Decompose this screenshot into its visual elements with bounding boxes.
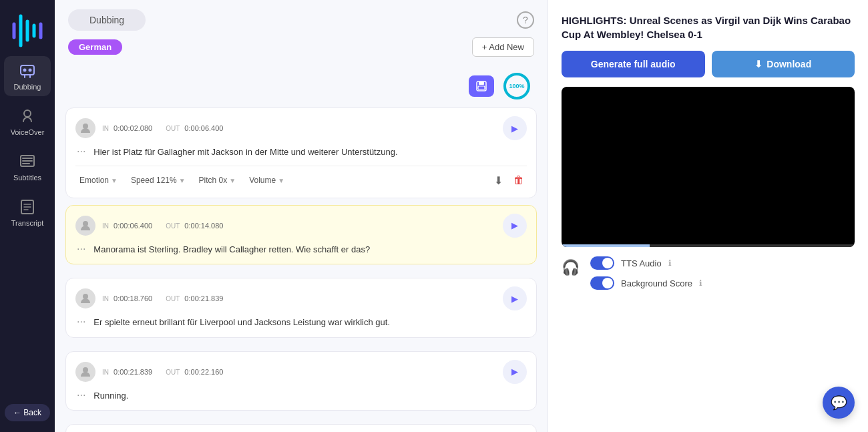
sidebar-item-dubbing[interactable]: Dubbing — [4, 56, 51, 96]
segment-text: Er spielte erneut brillant für Liverpool… — [93, 316, 527, 329]
svg-rect-14 — [478, 86, 485, 89]
segment-card: IN 0:00:06.400 OUT 0:00:14.080 ▶ ··· Man… — [65, 205, 537, 265]
download-button[interactable]: ⬇ Download — [712, 51, 855, 77]
segments-container: 100% IN 0:00:02.080 OUT 0:00:06.400 — [55, 63, 548, 432]
svg-point-17 — [83, 124, 88, 129]
action-buttons: Generate full audio ⬇ Download — [562, 51, 855, 77]
video-progress-bar — [562, 244, 855, 247]
chat-icon: 💬 — [831, 395, 847, 411]
segment-text: Manorama ist Sterling. Bradley will Call… — [93, 243, 527, 256]
toolbar-row: 100% — [65, 69, 537, 107]
segment-card: IN 0:00:22.320 OUT 0:00:23.320 ▶ ··· Es … — [65, 424, 537, 432]
timestamps: IN 0:00:18.760 OUT 0:00:21.839 — [102, 294, 496, 302]
emotion-button[interactable]: Emotion ▼ — [75, 174, 122, 187]
segment-card: IN 0:00:02.080 OUT 0:00:06.400 ▶ ··· Hie… — [65, 107, 537, 198]
dubbing-tab[interactable]: Dubbing — [68, 9, 146, 31]
help-icon[interactable]: ? — [517, 11, 534, 29]
segment-header: IN 0:00:02.080 OUT 0:00:06.400 ▶ — [75, 116, 527, 140]
play-button[interactable]: ▶ — [503, 116, 527, 140]
tts-audio-label: TTS Audio — [621, 258, 662, 268]
segment-text: Hier ist Platz für Gallagher mit Jackson… — [93, 146, 527, 159]
svg-rect-13 — [479, 81, 484, 85]
segment-header: IN 0:00:18.760 OUT 0:00:21.839 ▶ — [75, 286, 527, 310]
segment-controls: Emotion ▼ Speed 121% ▼ Pitch 0x ▼ Volume… — [75, 166, 527, 190]
more-options-button[interactable]: ··· — [75, 146, 87, 158]
segment-header: IN 0:00:06.400 OUT 0:00:14.080 ▶ — [75, 214, 527, 238]
tts-audio-row: TTS Audio ℹ — [590, 256, 702, 270]
tts-audio-toggle[interactable] — [590, 256, 614, 270]
segment-text: Running. — [93, 389, 527, 403]
tts-info-icon[interactable]: ℹ — [668, 258, 672, 268]
video-preview — [562, 87, 855, 247]
svg-point-18 — [83, 221, 88, 226]
lang-bar: German + Add New — [55, 31, 548, 63]
progress-text: 100% — [509, 83, 524, 89]
bg-score-label: Background Score — [621, 278, 692, 288]
headphone-icon: 🎧 — [562, 259, 580, 276]
video-progress-fill — [562, 244, 650, 247]
sidebar-item-transcript[interactable]: Transcript — [4, 192, 51, 232]
right-panel: HIGHLIGHTS: Unreal Scenes as Virgil van … — [548, 0, 868, 432]
bg-score-info-icon[interactable]: ℹ — [699, 278, 702, 288]
avatar — [75, 362, 95, 382]
segment-download-icon[interactable]: ⬇ — [491, 172, 505, 190]
more-options-button[interactable]: ··· — [75, 316, 87, 328]
chat-bubble-button[interactable]: 💬 — [823, 387, 855, 419]
progress-circle: 100% — [502, 71, 531, 101]
avatar — [75, 288, 95, 308]
more-options-button[interactable]: ··· — [75, 243, 87, 255]
video-title: HIGHLIGHTS: Unreal Scenes as Virgil van … — [562, 13, 855, 41]
svg-point-20 — [83, 367, 88, 373]
segment-body: ··· Er spielte erneut brillant für Liver… — [75, 316, 527, 329]
svg-rect-0 — [21, 65, 34, 75]
download-icon: ⬇ — [754, 59, 763, 69]
sidebar-item-dubbing-label: Dubbing — [14, 83, 41, 91]
speed-button[interactable]: Speed 121% ▼ — [127, 174, 190, 187]
svg-point-1 — [23, 69, 27, 72]
svg-point-3 — [24, 110, 31, 117]
sidebar: Dubbing VoiceOver Subtitles Transcript ←… — [0, 0, 55, 432]
download-label: Download — [767, 59, 811, 69]
bg-score-toggle[interactable] — [590, 276, 614, 290]
play-button[interactable]: ▶ — [503, 360, 527, 384]
avatar — [75, 118, 95, 138]
app-logo — [11, 11, 43, 43]
back-button[interactable]: ← Back — [5, 404, 50, 421]
sidebar-item-voiceover[interactable]: VoiceOver — [4, 101, 51, 142]
bg-score-row: Background Score ℹ — [590, 276, 702, 290]
audio-controls: 🎧 TTS Audio ℹ Background Score ℹ — [562, 256, 855, 290]
sidebar-item-voiceover-label: VoiceOver — [11, 128, 45, 136]
generate-full-audio-button[interactable]: Generate full audio — [562, 51, 705, 77]
segment-card: IN 0:00:21.839 OUT 0:00:22.160 ▶ ··· Run… — [65, 351, 537, 411]
timestamps: IN 0:00:02.080 OUT 0:00:06.400 — [102, 124, 496, 132]
play-button[interactable]: ▶ — [503, 286, 527, 310]
save-button[interactable] — [469, 75, 494, 97]
toggles: TTS Audio ℹ Background Score ℹ — [590, 256, 702, 290]
segment-card: IN 0:00:18.760 OUT 0:00:21.839 ▶ ··· Er … — [65, 278, 537, 338]
avatar — [75, 216, 95, 236]
segment-body: ··· Manorama ist Sterling. Bradley will … — [75, 243, 527, 256]
pitch-button[interactable]: Pitch 0x ▼ — [195, 174, 240, 187]
volume-button[interactable]: Volume ▼ — [245, 174, 288, 187]
main-content: Dubbing ? German + Add New 100% — [55, 0, 548, 432]
top-bar: Dubbing ? — [55, 0, 548, 31]
segment-body: ··· Running. — [75, 389, 527, 403]
language-badge[interactable]: German — [68, 39, 122, 55]
segment-delete-icon[interactable]: 🗑 — [511, 172, 527, 189]
svg-point-2 — [29, 69, 32, 72]
sidebar-item-subtitles[interactable]: Subtitles — [4, 147, 51, 187]
svg-point-19 — [83, 294, 88, 299]
timestamps: IN 0:00:06.400 OUT 0:00:14.080 — [102, 222, 496, 230]
sidebar-item-transcript-label: Transcript — [11, 219, 44, 227]
timestamps: IN 0:00:21.839 OUT 0:00:22.160 — [102, 368, 496, 376]
add-new-button[interactable]: + Add New — [472, 37, 534, 57]
segment-body: ··· Hier ist Platz für Gallagher mit Jac… — [75, 146, 527, 159]
more-options-button[interactable]: ··· — [75, 389, 87, 401]
segment-header: IN 0:00:21.839 OUT 0:00:22.160 ▶ — [75, 360, 527, 384]
sidebar-item-subtitles-label: Subtitles — [13, 174, 41, 182]
play-button[interactable]: ▶ — [503, 214, 527, 238]
